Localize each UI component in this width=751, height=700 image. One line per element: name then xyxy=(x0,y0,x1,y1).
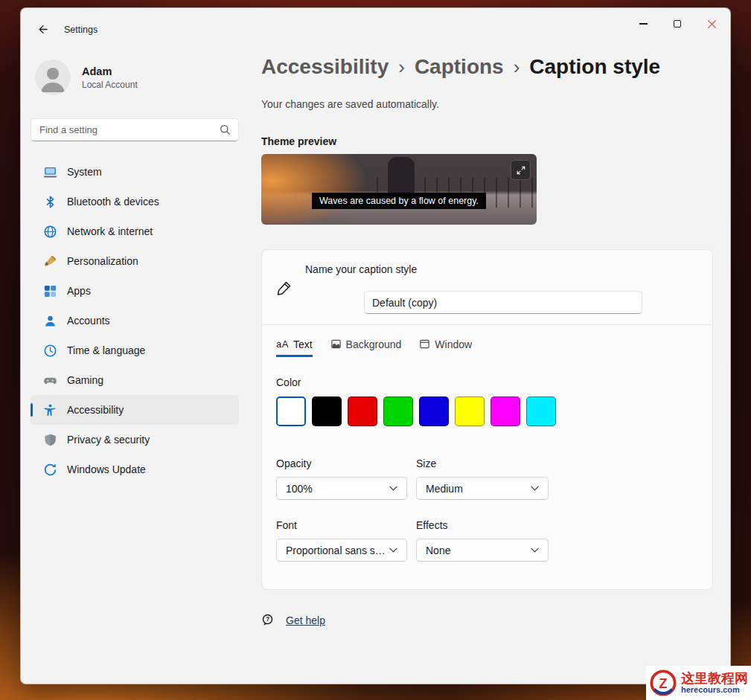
sidebar-item-network-internet[interactable]: Network & internet xyxy=(31,216,239,246)
sidebar-item-label: Apps xyxy=(67,285,91,297)
sidebar-item-windows-update[interactable]: Windows Update xyxy=(31,455,239,484)
user-account[interactable]: Adam Local Account xyxy=(35,60,138,95)
breadcrumb-captions[interactable]: Captions xyxy=(415,55,504,79)
tab-label: Text xyxy=(293,338,313,350)
watermark-logo-icon: Z xyxy=(649,669,677,697)
main-content: Accessibility › Captions › Caption style… xyxy=(261,8,713,685)
color-swatch-red[interactable] xyxy=(348,396,377,426)
sidebar-item-bluetooth-devices[interactable]: Bluetooth & devices xyxy=(31,187,239,216)
size-dropdown[interactable]: Medium xyxy=(416,477,549,500)
sidebar-item-system[interactable]: System xyxy=(31,157,239,187)
color-swatch-white[interactable] xyxy=(276,396,306,426)
sidebar-item-label: System xyxy=(67,166,102,178)
style-tabs: aA Text Background Window xyxy=(276,333,472,357)
back-button[interactable] xyxy=(30,18,55,40)
user-account-type: Local Account xyxy=(82,80,138,90)
sidebar-item-label: Network & internet xyxy=(67,225,153,237)
get-help-row: ? Get help xyxy=(261,614,325,626)
sidebar-item-accessibility[interactable]: Accessibility xyxy=(31,395,239,425)
sidebar-item-label: Accessibility xyxy=(67,404,124,416)
effects-value: None xyxy=(426,545,450,556)
color-swatch-yellow[interactable] xyxy=(455,396,485,426)
bluetooth-icon xyxy=(43,195,57,209)
tab-text[interactable]: aA Text xyxy=(276,333,313,357)
sidebar: Adam Local Account System Bluetooth & de… xyxy=(31,44,239,684)
sidebar-item-label: Time & language xyxy=(67,344,145,356)
effects-dropdown[interactable]: None xyxy=(416,539,549,562)
text-format-icon: aA xyxy=(276,338,289,350)
windows-update-icon xyxy=(43,463,57,477)
caption-style-name-input[interactable] xyxy=(364,291,642,314)
color-swatch-cyan[interactable] xyxy=(526,396,556,426)
font-dropdown[interactable]: Proportional sans s… xyxy=(276,539,407,562)
caption-style-card: Name your caption style aA Text Backgrou… xyxy=(261,249,713,590)
divider xyxy=(262,324,712,325)
tab-background[interactable]: Background xyxy=(330,333,402,357)
privacy-icon xyxy=(43,433,57,447)
sidebar-item-personalization[interactable]: Personalization xyxy=(31,246,239,276)
chevron-down-icon xyxy=(531,486,539,491)
expand-diagonal-icon xyxy=(516,165,526,176)
search-icon xyxy=(220,124,231,135)
color-swatches xyxy=(276,396,556,426)
svg-text:Z: Z xyxy=(659,676,667,691)
watermark: Z 这里教程网 herecours.com xyxy=(646,666,751,700)
chevron-down-icon xyxy=(389,548,397,553)
theme-preview: Waves are caused by a flow of energy. xyxy=(261,154,537,225)
gaming-icon xyxy=(43,373,57,388)
theme-preview-title: Theme preview xyxy=(261,135,336,147)
color-swatch-blue[interactable] xyxy=(419,396,449,426)
accessibility-icon xyxy=(43,403,57,417)
sidebar-item-label: Windows Update xyxy=(67,463,146,475)
breadcrumb-caption-style: Caption style xyxy=(529,55,660,79)
sidebar-item-privacy-security[interactable]: Privacy & security xyxy=(31,425,239,455)
chevron-right-icon: › xyxy=(398,56,405,79)
color-swatch-black[interactable] xyxy=(312,396,342,426)
expand-preview-button[interactable] xyxy=(511,160,531,180)
sidebar-item-label: Accounts xyxy=(67,315,110,327)
window-icon xyxy=(419,338,430,350)
sidebar-item-label: Gaming xyxy=(67,374,103,386)
sidebar-item-apps[interactable]: Apps xyxy=(31,276,239,306)
sidebar-item-time-language[interactable]: Time & language xyxy=(31,335,239,365)
accounts-icon xyxy=(43,314,57,328)
network-icon xyxy=(43,225,57,239)
color-swatch-magenta[interactable] xyxy=(490,396,520,426)
search-box xyxy=(31,118,239,141)
autosave-note: Your changes are saved automatically. xyxy=(261,98,439,110)
sidebar-item-label: Bluetooth & devices xyxy=(67,196,159,208)
breadcrumb-accessibility[interactable]: Accessibility xyxy=(261,55,389,79)
opacity-label: Opacity xyxy=(276,457,407,470)
sidebar-item-label: Privacy & security xyxy=(67,434,150,446)
chevron-down-icon xyxy=(531,548,539,553)
opacity-dropdown[interactable]: 100% xyxy=(276,477,407,500)
settings-window: Settings Adam Local Account xyxy=(20,7,731,684)
chevron-right-icon: › xyxy=(514,56,520,79)
color-label: Color xyxy=(276,376,301,388)
personalization-icon xyxy=(43,254,57,269)
sidebar-item-label: Personalization xyxy=(67,255,138,267)
app-title: Settings xyxy=(64,25,98,35)
caption-preview-text: Waves are caused by a flow of energy. xyxy=(312,193,486,209)
search-input[interactable] xyxy=(31,124,220,135)
sidebar-nav: System Bluetooth & devices Network & int… xyxy=(31,157,239,484)
back-arrow-icon xyxy=(37,24,48,35)
tab-label: Background xyxy=(346,338,402,350)
sidebar-item-gaming[interactable]: Gaming xyxy=(31,365,239,395)
sidebar-item-accounts[interactable]: Accounts xyxy=(31,306,239,335)
opacity-value: 100% xyxy=(286,483,313,495)
color-swatch-green[interactable] xyxy=(383,396,413,426)
size-value: Medium xyxy=(426,483,463,495)
tab-label: Window xyxy=(435,338,472,350)
user-name: Adam xyxy=(82,65,138,77)
watermark-title: 这里教程网 xyxy=(681,672,748,686)
chevron-down-icon xyxy=(389,486,397,491)
time-language-icon xyxy=(43,344,57,358)
rename-pencil-icon xyxy=(276,280,293,296)
system-icon xyxy=(43,165,57,179)
get-help-link[interactable]: Get help xyxy=(286,614,325,626)
svg-text:?: ? xyxy=(266,615,269,623)
font-value: Proportional sans s… xyxy=(286,545,386,556)
help-chat-icon: ? xyxy=(261,614,274,626)
tab-window[interactable]: Window xyxy=(419,333,472,357)
